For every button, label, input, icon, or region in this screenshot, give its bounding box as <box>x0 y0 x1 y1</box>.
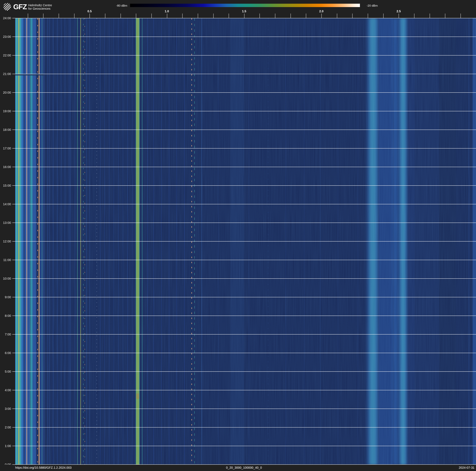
spectral-band <box>26 18 27 465</box>
spectral-band <box>194 18 195 465</box>
hour-label: 9:00 <box>0 295 11 299</box>
spectral-band <box>100 18 101 465</box>
spectral-band <box>469 18 469 465</box>
spectral-band <box>109 18 109 465</box>
colorbar-max-label: -20 dBm <box>367 4 378 7</box>
freq-minor-tick <box>229 14 229 18</box>
hour-gridline <box>12 111 476 111</box>
spectral-band <box>48 18 48 465</box>
spectral-band <box>191 18 192 465</box>
freq-minor-tick <box>136 14 136 18</box>
spectral-band <box>81 18 81 465</box>
hour-gridline <box>12 427 476 428</box>
spectral-band <box>153 18 154 465</box>
footer-doi-link[interactable]: https://doi.org/10.5880/GFZ.1.2.2024.003 <box>15 466 71 470</box>
hour-label: 22:00 <box>0 54 11 57</box>
spectral-band <box>304 18 304 465</box>
freq-minor-tick <box>368 14 368 18</box>
spectral-band <box>23 18 24 465</box>
hour-gridline <box>12 36 476 37</box>
footer-bar: https://doi.org/10.5880/GFZ.1.2.2024.003… <box>0 465 476 471</box>
hour-label: 24:00 <box>0 16 11 20</box>
freq-minor-tick <box>120 14 121 18</box>
colorbar-min-label: -80 dBm <box>116 4 127 7</box>
hour-gridline <box>12 316 476 316</box>
spectral-band <box>139 18 140 465</box>
freq-minor-tick <box>399 14 399 18</box>
freq-tick-label: 1.5 <box>242 10 246 13</box>
hour-label: 4:00 <box>0 388 11 392</box>
freq-minor-tick <box>244 14 244 18</box>
hour-label: 15:00 <box>0 184 11 187</box>
hour-gridline <box>12 260 476 260</box>
hour-gridline <box>12 129 476 130</box>
hour-label: 8:00 <box>0 314 11 318</box>
hour-label: 23:00 <box>0 35 11 38</box>
hour-label: 16:00 <box>0 165 11 169</box>
spectral-band <box>132 18 132 465</box>
spectral-band <box>85 18 85 465</box>
hour-gridline <box>12 446 476 446</box>
freq-minor-tick <box>198 14 198 18</box>
spectral-band <box>70 18 71 465</box>
hour-gridline <box>12 204 476 204</box>
hour-gridline <box>12 390 476 390</box>
hour-gridline <box>12 278 476 279</box>
hour-label: 10:00 <box>0 277 11 280</box>
hour-label: 17:00 <box>0 146 11 150</box>
footer-filename: 0_20_3000_100000_40_0 <box>226 466 262 470</box>
freq-minor-tick <box>74 14 74 18</box>
freq-minor-tick <box>352 14 353 18</box>
hour-gridline <box>12 92 476 93</box>
logo-institution-line2: for Geosciences <box>28 7 52 10</box>
hour-gridline <box>12 241 476 241</box>
logo-institution-line1: Helmholtz Centre <box>28 3 52 7</box>
spectral-band <box>202 18 202 465</box>
logo-acronym: GFZ <box>13 2 27 11</box>
spectral-band <box>30 18 30 465</box>
spectral-band <box>473 18 476 465</box>
hour-gridline <box>12 334 476 334</box>
gfz-logo: GFZ Helmholtz Centre for Geosciences <box>3 2 52 11</box>
spectral-band <box>249 18 249 465</box>
spectral-band <box>34 18 34 465</box>
hour-label: 6:00 <box>0 351 11 355</box>
hour-label: 5:00 <box>0 370 11 373</box>
spectral-band <box>218 18 218 465</box>
spectral-band <box>83 18 84 465</box>
spectral-band <box>16 18 17 465</box>
spectral-band <box>18 18 19 465</box>
freq-minor-tick <box>460 14 461 18</box>
spectral-band <box>25 18 26 465</box>
spectral-band <box>35 18 35 465</box>
spectral-band <box>53 18 53 465</box>
spectrogram-page: GFZ Helmholtz Centre for Geosciences -80… <box>0 0 476 471</box>
spectral-band <box>415 18 439 465</box>
hour-gridline <box>12 148 476 148</box>
hour-label: 18:00 <box>0 128 11 132</box>
spectral-band <box>123 18 123 465</box>
freq-minor-tick <box>383 14 384 18</box>
spectral-band <box>21 18 23 465</box>
spectral-band <box>230 18 244 465</box>
hour-label: 2:00 <box>0 425 11 429</box>
freq-minor-tick <box>152 14 152 18</box>
spectral-band <box>15 74 44 75</box>
spectral-band <box>147 18 148 465</box>
spectral-band <box>33 18 36 465</box>
hour-label: 14:00 <box>0 202 11 206</box>
freq-minor-tick <box>59 14 59 18</box>
freq-minor-tick <box>337 14 337 18</box>
freq-minor-tick <box>105 14 105 18</box>
spectral-band <box>89 18 90 465</box>
hour-label: 3:00 <box>0 407 11 411</box>
freq-tick-label: 0.5 <box>87 10 92 13</box>
hour-label: 12:00 <box>0 239 11 243</box>
freq-minor-tick <box>213 14 214 18</box>
freq-minor-tick <box>306 14 306 18</box>
spectral-band <box>320 18 321 465</box>
spectral-band <box>118 18 119 465</box>
freq-minor-tick <box>275 14 275 18</box>
freq-minor-tick <box>290 14 291 18</box>
spectral-band <box>408 18 415 465</box>
